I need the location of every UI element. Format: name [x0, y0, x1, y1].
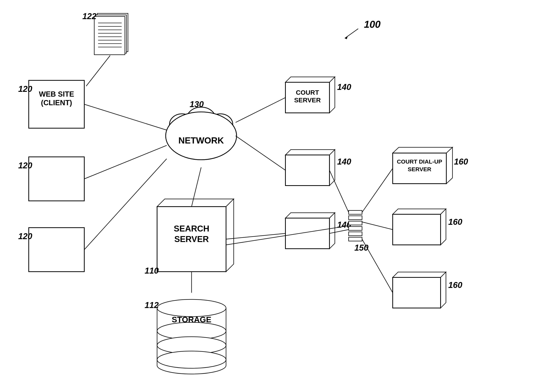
svg-text:(CLIENT): (CLIENT)	[41, 99, 72, 107]
svg-text:110: 110	[145, 266, 159, 275]
svg-rect-89	[393, 277, 441, 308]
svg-marker-52	[330, 77, 335, 113]
svg-text:SERVER: SERVER	[408, 166, 431, 172]
svg-text:COURT: COURT	[296, 89, 319, 96]
svg-text:SEARCH: SEARCH	[174, 224, 209, 233]
svg-rect-70	[349, 226, 362, 230]
svg-text:160: 160	[454, 157, 468, 166]
svg-marker-34	[157, 199, 234, 207]
svg-point-46	[157, 351, 226, 368]
svg-rect-65	[285, 218, 330, 249]
svg-rect-84	[393, 214, 441, 245]
svg-text:120: 120	[18, 161, 32, 170]
svg-text:NETWORK: NETWORK	[178, 135, 224, 145]
svg-text:160: 160	[448, 280, 462, 290]
svg-text:122: 122	[82, 12, 97, 21]
svg-text:100: 100	[364, 19, 381, 30]
svg-marker-58	[285, 150, 335, 155]
svg-rect-67	[349, 210, 362, 214]
svg-text:160: 160	[448, 217, 462, 226]
svg-marker-88	[441, 272, 446, 308]
svg-marker-35	[226, 199, 234, 272]
svg-rect-69	[349, 221, 362, 225]
svg-text:WEB SITE: WEB SITE	[39, 90, 74, 98]
svg-text:SERVER: SERVER	[174, 234, 209, 244]
svg-text:SERVER: SERVER	[294, 96, 321, 104]
svg-rect-68	[349, 216, 362, 220]
svg-rect-6	[94, 16, 125, 55]
svg-text:COURT DIAL-UP: COURT DIAL-UP	[397, 158, 442, 165]
svg-text:150: 150	[354, 243, 368, 252]
svg-text:120: 120	[18, 84, 32, 94]
svg-text:112: 112	[145, 300, 159, 310]
svg-text:130: 130	[190, 99, 204, 109]
svg-marker-83	[441, 209, 446, 245]
svg-rect-71	[349, 232, 362, 236]
svg-text:140: 140	[337, 157, 351, 166]
svg-marker-51	[285, 77, 335, 82]
svg-marker-64	[330, 213, 335, 249]
svg-rect-23	[29, 228, 84, 272]
svg-point-47	[157, 299, 226, 317]
svg-rect-72	[349, 237, 362, 241]
svg-marker-63	[285, 213, 335, 218]
svg-rect-21	[29, 157, 84, 201]
svg-marker-75	[393, 147, 452, 153]
svg-marker-87	[393, 272, 446, 277]
svg-text:140: 140	[337, 82, 351, 92]
svg-rect-60	[285, 155, 330, 186]
svg-text:120: 120	[18, 231, 32, 241]
svg-marker-82	[393, 209, 446, 214]
svg-marker-76	[446, 147, 452, 184]
svg-text:STORAGE: STORAGE	[172, 315, 211, 324]
